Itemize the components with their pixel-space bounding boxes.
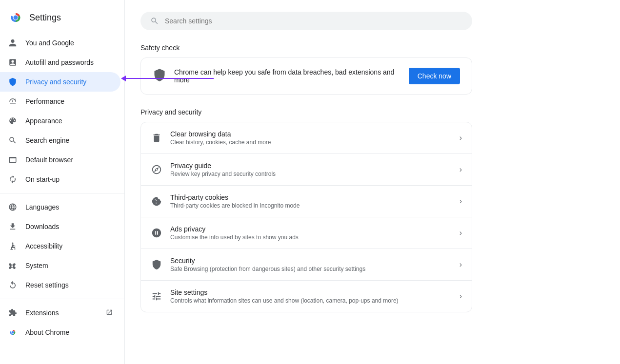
- third-party-cookies-title: Third-party cookies: [170, 193, 452, 201]
- search-bar-wrapper: [140, 12, 604, 30]
- sidebar-item-search-engine[interactable]: Search engine: [0, 131, 120, 150]
- search-engine-icon: [8, 135, 18, 145]
- third-party-cookies-content: Third-party cookies Third-party cookies …: [170, 193, 452, 209]
- clear-browsing-data-title: Clear browsing data: [170, 130, 452, 138]
- search-icon: [150, 17, 159, 25]
- sidebar-item-accessibility[interactable]: Accessibility: [0, 236, 120, 256]
- sidebar: Settings You and Google Autofill and pas…: [0, 0, 125, 364]
- sidebar-item-performance[interactable]: Performance: [0, 92, 120, 111]
- privacy-item-security[interactable]: Security Safe Browsing (protection from …: [141, 249, 472, 281]
- sidebar-item-you-and-google[interactable]: You and Google: [0, 33, 120, 53]
- system-icon: [8, 261, 18, 270]
- sidebar-label-on-startup: On start-up: [25, 175, 60, 183]
- privacy-item-clear-browsing-data[interactable]: Clear browsing data Clear history, cooki…: [141, 122, 472, 154]
- chevron-right-icon-4: ›: [460, 229, 462, 237]
- performance-icon: [8, 96, 18, 106]
- startup-icon: [8, 174, 18, 184]
- sidebar-item-default-browser[interactable]: Default browser: [0, 150, 120, 170]
- sidebar-item-appearance[interactable]: Appearance: [0, 111, 120, 131]
- reset-icon: [8, 280, 18, 290]
- sidebar-label-reset-settings: Reset settings: [25, 281, 69, 289]
- sidebar-item-autofill[interactable]: Autofill and passwords: [0, 53, 120, 72]
- shield-security-icon: [151, 259, 162, 270]
- svg-point-3: [14, 16, 18, 20]
- search-input[interactable]: [165, 17, 462, 25]
- clear-browsing-data-content: Clear browsing data Clear history, cooki…: [170, 130, 452, 146]
- sidebar-label-performance: Performance: [25, 97, 64, 105]
- external-link-icon: [106, 309, 113, 317]
- privacy-item-third-party-cookies[interactable]: Third-party cookies Third-party cookies …: [141, 186, 472, 217]
- security-content: Security Safe Browsing (protection from …: [170, 257, 452, 272]
- sidebar-label-you-and-google: You and Google: [25, 39, 74, 47]
- sidebar-item-privacy-security[interactable]: Privacy and security: [0, 72, 120, 92]
- site-settings-subtitle: Controls what information sites can use …: [170, 297, 452, 304]
- sidebar-label-about-chrome: About Chrome: [25, 328, 69, 336]
- ads-privacy-title: Ads privacy: [170, 225, 452, 233]
- sidebar-item-about-chrome[interactable]: About Chrome: [0, 323, 120, 342]
- sidebar-item-extensions[interactable]: Extensions: [0, 303, 120, 323]
- person-icon: [8, 38, 18, 48]
- chevron-right-icon-5: ›: [460, 260, 462, 269]
- privacy-item-ads-privacy[interactable]: Ads privacy Customise the info used by s…: [141, 217, 472, 249]
- cookie-icon: [151, 195, 162, 207]
- check-now-button[interactable]: Check now: [409, 68, 460, 84]
- privacy-item-site-settings[interactable]: Site settings Controls what information …: [141, 281, 472, 312]
- site-settings-content: Site settings Controls what information …: [170, 288, 452, 304]
- sidebar-label-languages: Languages: [25, 203, 59, 211]
- sidebar-label-privacy-security: Privacy and security: [25, 78, 86, 86]
- sidebar-label-extensions: Extensions: [25, 309, 59, 317]
- svg-point-7: [11, 331, 14, 333]
- svg-point-4: [12, 243, 14, 244]
- chevron-right-icon-3: ›: [460, 197, 462, 206]
- shield-active-icon: [8, 77, 18, 87]
- site-settings-title: Site settings: [170, 288, 452, 296]
- safety-check-card: Chrome can help keep you safe from data …: [140, 57, 472, 95]
- download-icon: [8, 222, 18, 231]
- sidebar-item-languages[interactable]: Languages: [0, 197, 120, 217]
- sidebar-label-system: System: [25, 262, 48, 269]
- extensions-icon: [8, 308, 18, 318]
- sidebar-label-accessibility: Accessibility: [25, 242, 62, 250]
- trash-icon: [151, 132, 162, 144]
- safety-check-title: Safety check: [140, 44, 604, 52]
- ads-icon: [151, 227, 162, 239]
- language-icon: [8, 202, 18, 212]
- sidebar-item-system[interactable]: System: [0, 256, 120, 275]
- safety-check-message: Chrome can help keep you safe from data …: [174, 68, 401, 84]
- sidebar-label-downloads: Downloads: [25, 223, 59, 230]
- main-content: Safety check Chrome can help keep you sa…: [125, 0, 620, 364]
- compass-icon: [151, 164, 162, 175]
- third-party-cookies-subtitle: Third-party cookies are blocked in Incog…: [170, 202, 452, 209]
- chrome-logo-icon: [8, 10, 23, 25]
- sidebar-label-default-browser: Default browser: [25, 156, 73, 164]
- security-title: Security: [170, 257, 452, 265]
- sidebar-item-on-startup[interactable]: On start-up: [0, 170, 120, 189]
- sidebar-header: Settings: [0, 4, 124, 33]
- sidebar-divider: [0, 193, 124, 193]
- sidebar-label-autofill: Autofill and passwords: [25, 58, 94, 66]
- privacy-guide-content: Privacy guide Review key privacy and sec…: [170, 162, 452, 177]
- default-browser-icon: [8, 155, 18, 165]
- privacy-security-title: Privacy and security: [140, 108, 604, 116]
- privacy-item-privacy-guide[interactable]: Privacy guide Review key privacy and sec…: [141, 154, 472, 186]
- sidebar-item-reset-settings[interactable]: Reset settings: [0, 275, 120, 295]
- ads-privacy-subtitle: Customise the info used by sites to show…: [170, 234, 452, 241]
- safety-shield-icon: [153, 68, 166, 84]
- appearance-icon: [8, 116, 18, 126]
- about-chrome-icon: [8, 327, 18, 337]
- privacy-guide-title: Privacy guide: [170, 162, 452, 170]
- sidebar-nav: You and Google Autofill and passwords Pr…: [0, 33, 124, 360]
- sliders-icon: [151, 290, 162, 302]
- autofill-icon: [8, 57, 18, 67]
- chevron-right-icon-2: ›: [460, 165, 462, 174]
- chevron-right-icon-6: ›: [460, 292, 462, 301]
- privacy-card: Clear browsing data Clear history, cooki…: [140, 122, 472, 312]
- sidebar-label-search-engine: Search engine: [25, 136, 69, 144]
- sidebar-item-downloads[interactable]: Downloads: [0, 217, 120, 236]
- privacy-guide-subtitle: Review key privacy and security controls: [170, 171, 452, 177]
- ads-privacy-content: Ads privacy Customise the info used by s…: [170, 225, 452, 241]
- accessibility-icon: [8, 241, 18, 251]
- sidebar-divider-2: [0, 299, 124, 299]
- chevron-right-icon: ›: [460, 134, 462, 142]
- settings-title: Settings: [29, 13, 61, 23]
